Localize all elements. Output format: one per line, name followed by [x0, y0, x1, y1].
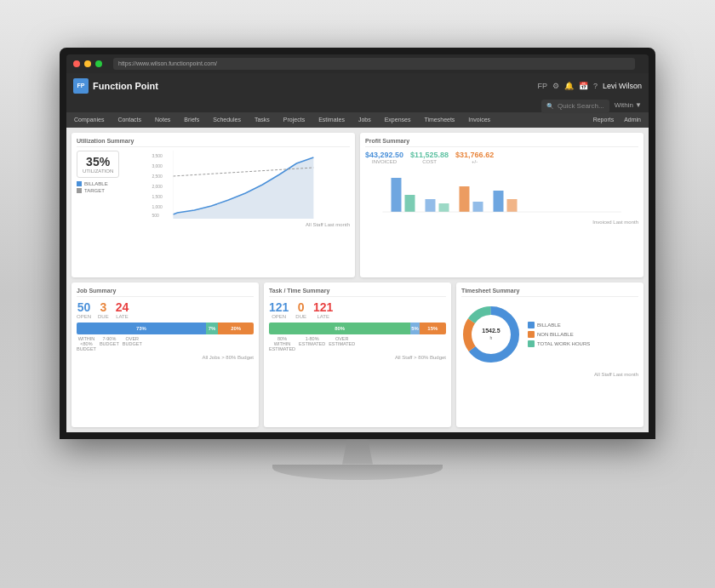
- svg-text:1542.5: 1542.5: [482, 328, 500, 334]
- svg-rect-15: [494, 191, 504, 212]
- cost-label: COST: [410, 159, 449, 164]
- task-pb-within: 80%: [269, 323, 410, 334]
- legend-target: TARGET: [77, 188, 119, 193]
- browser-chrome: https://www.wilson.functionpoint.com/: [66, 54, 649, 73]
- nav-estimates[interactable]: Estimates: [316, 115, 347, 124]
- invoiced-value: $43,292.50: [365, 151, 403, 159]
- nav-expenses[interactable]: Expenses: [382, 115, 414, 124]
- traffic-light-red[interactable]: [73, 60, 80, 67]
- within-button[interactable]: Within ▼: [615, 101, 642, 109]
- svg-text:1,500: 1,500: [152, 194, 163, 199]
- util-footer: All Staff Last month: [77, 222, 350, 227]
- nav-contacts[interactable]: Contacts: [115, 115, 144, 124]
- tasks-due: 0 DUE: [295, 300, 306, 319]
- utilization-content: 35% UTILIZATION BILLABLE TARG: [77, 151, 350, 219]
- pl-near: 7-90%BUDGET: [100, 336, 119, 351]
- nav-notes[interactable]: Notes: [152, 115, 173, 124]
- fp-logo-icon: FP: [73, 78, 89, 94]
- jobs-open-val: 50: [77, 300, 91, 314]
- nav-companies[interactable]: Companies: [72, 115, 106, 124]
- nav-invoices[interactable]: Invoices: [466, 115, 493, 124]
- legend-target-label: TARGET: [84, 188, 105, 193]
- bottom-panels: Job Summary 50 OPEN 3 DUE 24: [72, 283, 644, 427]
- tasks-late: 121 LATE: [313, 300, 333, 319]
- task-pl-near: 1-80%ESTIMATED: [299, 336, 325, 351]
- nav-bar: Companies Contacts Notes Briefs Schedule…: [66, 112, 649, 128]
- svg-text:h: h: [490, 335, 493, 340]
- jobs-due-label: DUE: [98, 314, 109, 319]
- profit-title: Profit Summary: [365, 138, 638, 147]
- svg-rect-13: [460, 186, 470, 212]
- svg-text:2,500: 2,500: [152, 174, 163, 179]
- timesheet-title: Timesheet Summary: [461, 288, 638, 297]
- dl-billable: BILLABLE: [528, 322, 590, 328]
- calendar-icon[interactable]: 📅: [579, 82, 588, 90]
- app-logo: FP Function Point: [73, 78, 158, 94]
- jobs-late-label: LATE: [116, 314, 129, 319]
- dl-total: TOTAL WORK HOURS: [528, 340, 590, 347]
- search-input[interactable]: Quick Search...: [558, 102, 604, 110]
- util-label: UTILIZATION: [83, 168, 113, 174]
- help-icon[interactable]: ?: [593, 82, 598, 90]
- profit-chart: [365, 169, 638, 216]
- invoiced-label: INVOICED: [365, 159, 403, 164]
- donut-chart-svg: 1542.5 h: [461, 305, 521, 364]
- address-bar[interactable]: https://www.wilson.functionpoint.com/: [113, 58, 635, 70]
- nav-briefs[interactable]: Briefs: [181, 115, 202, 124]
- stat-profit: $31,766.62 +/-: [455, 151, 494, 164]
- job-summary-panel: Job Summary 50 OPEN 3 DUE 24: [72, 283, 259, 427]
- job-title: Job Summary: [77, 288, 254, 297]
- pl-over: OVERBUDGET: [123, 336, 142, 351]
- nav-schedules[interactable]: Schedules: [210, 115, 243, 124]
- jobs-due: 3 DUE: [98, 300, 109, 319]
- profit-value: $31,766.62: [455, 151, 494, 159]
- search-bar[interactable]: 🔍 Quick Search...: [541, 100, 609, 113]
- svg-rect-11: [426, 199, 436, 212]
- jobs-late-val: 24: [116, 300, 129, 314]
- traffic-light-yellow[interactable]: [84, 60, 91, 67]
- task-summary-panel: Task / Time Summary 121 OPEN 0 DUE: [264, 283, 451, 427]
- task-footer: All Staff > 80% Budget: [269, 355, 446, 360]
- svg-text:1,000: 1,000: [152, 204, 163, 209]
- settings-icon[interactable]: ⚙: [552, 82, 559, 90]
- svg-rect-16: [507, 199, 518, 212]
- pl-within: WITHIN<80%BUDGET: [77, 336, 96, 351]
- svg-text:500: 500: [152, 213, 160, 218]
- util-badge: 35% UTILIZATION: [77, 151, 119, 178]
- legend-billable: BILLABLE: [77, 181, 119, 186]
- task-pb-over: 15%: [420, 323, 446, 334]
- logo-text: FP: [77, 83, 85, 88]
- nav-admin[interactable]: Admin: [621, 115, 644, 124]
- stat-cost: $11,525.88 COST: [410, 151, 449, 164]
- nav-reports[interactable]: Reports: [591, 115, 617, 124]
- tasks-due-val: 0: [295, 300, 306, 314]
- task-title: Task / Time Summary: [269, 288, 446, 297]
- bell-icon[interactable]: 🔔: [564, 82, 574, 90]
- nav-tasks[interactable]: Tasks: [252, 115, 272, 124]
- jobs-open: 50 OPEN: [77, 300, 91, 319]
- util-percent: 35%: [83, 155, 113, 168]
- task-footer-text: All Staff > 80% Budget: [395, 355, 446, 360]
- main-dashboard: Utilization Summary 35% UTILIZATION BILL…: [66, 128, 649, 432]
- pb-near: 7%: [206, 323, 219, 334]
- job-footer-text: All Jobs > 80% Budget: [202, 355, 254, 360]
- stat-invoiced: $43,292.50 INVOICED: [365, 151, 403, 164]
- job-numbers: 50 OPEN 3 DUE 24 LATE: [77, 300, 254, 319]
- tasks-open-val: 121: [269, 300, 289, 314]
- job-footer: All Jobs > 80% Budget: [77, 355, 254, 360]
- task-pl-within: 80%WITHINESTIMATED: [269, 336, 295, 351]
- svg-text:3,500: 3,500: [152, 153, 163, 158]
- monitor-neck: [332, 439, 383, 465]
- fp-icon[interactable]: FP: [537, 82, 547, 90]
- cost-value: $11,525.88: [410, 151, 449, 159]
- pb-over: 20%: [218, 323, 254, 334]
- nav-timesheets[interactable]: Timesheets: [421, 115, 457, 124]
- svg-rect-10: [405, 195, 415, 212]
- screen: FP Function Point FP ⚙ 🔔 📅 ? Levi Wilson…: [66, 73, 649, 432]
- nav-jobs[interactable]: Jobs: [356, 115, 374, 124]
- nav-projects[interactable]: Projects: [281, 115, 307, 124]
- utilization-title: Utilization Summary: [77, 138, 350, 147]
- app-title: Function Point: [93, 81, 158, 91]
- pb-within: 73%: [77, 323, 206, 334]
- traffic-light-green[interactable]: [95, 60, 102, 67]
